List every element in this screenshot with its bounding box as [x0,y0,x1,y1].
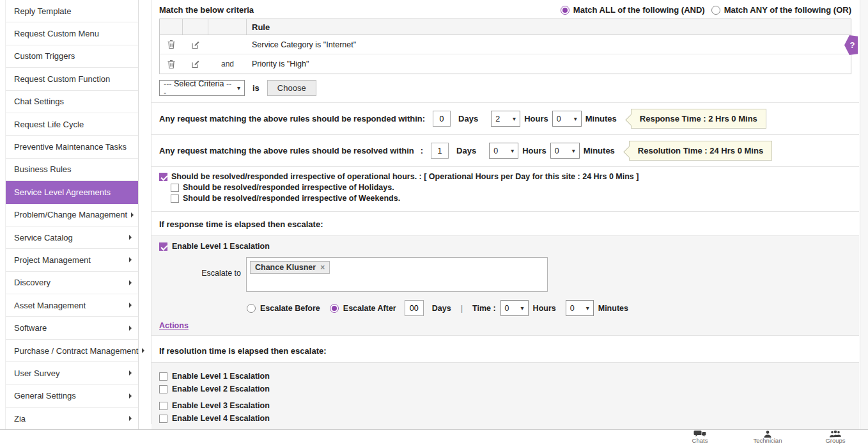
sidebar-item-asset-management[interactable]: Asset Management [6,294,138,317]
help-icon: ? [850,40,855,50]
submenu-arrow-icon [129,303,132,308]
sidebar-item-chat-settings[interactable]: Chat Settings [6,91,138,113]
edit-icon[interactable] [191,40,200,49]
sidebar-item-zia[interactable]: Zia [6,408,138,430]
resolution-time-label: Any request matching the above rules sho… [159,146,414,155]
sidebar-item-preventive-maintenance-tasks[interactable]: Preventive Maintenance Tasks [6,136,138,158]
sidebar-item-label: Request Custom Function [14,74,110,84]
response-time-row: Any request matching the above rules sho… [151,102,859,134]
sidebar-item-software[interactable]: Software [6,317,138,339]
escalate-before-radio[interactable] [247,304,256,313]
trash-icon[interactable] [167,40,176,49]
sidebar-item-purchase-contract-management[interactable]: Purchase / Contract Management [6,340,138,362]
sidebar-item-user-survey[interactable]: User Survey [6,362,138,385]
sidebar-item-service-level-agreements[interactable]: Service Level Agreements [6,181,138,203]
rules-table: Rule Service Category is "Internet" and … [159,19,851,74]
resolution-minutes-label: Minutes [584,146,615,155]
level-1-checkbox[interactable] [159,372,167,381]
escalate-days-input[interactable] [405,300,424,316]
resolution-hours-select[interactable]: 0 ▾ [489,143,518,159]
sidebar-item-label: Service Level Agreements [14,187,111,197]
dock-technician[interactable]: Technician [747,431,789,443]
match-any-radio[interactable] [711,6,720,15]
sidebar-item-discovery[interactable]: Discovery [6,272,138,294]
level-4-row: Enable Level 4 Escalation [159,414,851,423]
escalate-after-radio[interactable] [330,304,339,313]
sidebar-item-request-custom-function[interactable]: Request Custom Function [6,68,138,90]
response-hours-select[interactable]: 2 ▾ [491,111,520,127]
chevron-down-icon: ▾ [574,115,577,122]
edit-icon[interactable] [191,59,200,68]
resolution-days-label: Days [456,146,476,155]
weekends-label: Should be resolved/responded irrespectiv… [183,194,400,203]
response-days-input[interactable] [433,111,451,127]
operational-hours-checkbox[interactable] [159,173,167,181]
select-criteria-value: --- Select Criteria --- [164,79,232,97]
escalate-when-row: Escalate Before Escalate After Days | Ti… [247,294,859,319]
trash-icon[interactable] [167,59,176,69]
sidebar-item-business-rules[interactable]: Business Rules [6,159,138,181]
weekends-checkbox[interactable] [171,194,179,203]
enable-level1-row: Enable Level 1 Escalation [151,236,859,253]
escalate-before-label: Escalate Before [260,304,320,313]
level-1-row: Enable Level 1 Escalation [159,372,851,381]
sidebar-item-request-custom-menu[interactable]: Request Custom Menu [6,22,138,45]
criteria-builder-row: --- Select Criteria --- ▾ is Choose [151,74,859,102]
enable-level1-checkbox[interactable] [159,242,167,251]
rule-column-header: Rule [247,22,851,32]
escalate-hours-value: 0 [505,304,509,313]
level-3-checkbox[interactable] [159,402,167,410]
rule-text: Service Category is "Internet" [252,40,356,49]
criteria-header-row: Match the below criteria Match ALL of th… [151,0,859,19]
bottom-dock: Chats Technician Groups [0,429,868,444]
chip-label: Chance Klusner [255,263,316,272]
sidebar-item-label: General Settings [14,391,76,400]
match-any-label: Match ANY of the following (OR) [724,5,851,15]
sidebar-item-service-catalog[interactable]: Service Catalog [6,226,138,249]
escalate-to-label: Escalate to [151,257,246,278]
level-1-label: Enable Level 1 Escalation [172,372,270,381]
operational-hours-option: Should be resolved/responded irrespectiv… [159,172,851,181]
dock-chats-label: Chats [679,438,721,443]
sidebar-item-label: Reply Template [14,6,71,16]
dock-groups[interactable]: Groups [814,431,856,443]
sidebar-item-label: Problem/Change Management [14,210,127,219]
rule-text: Priority is "High" [252,59,309,68]
resolution-days-input[interactable] [431,143,449,159]
response-minutes-select[interactable]: 0 ▾ [552,111,582,127]
sla-form: Match the below criteria Match ALL of th… [151,0,859,424]
resolution-colon: : [421,146,423,155]
choose-button[interactable]: Choose [267,80,316,96]
sidebar-item-custom-triggers[interactable]: Custom Triggers [6,45,138,68]
escalate-to-field[interactable]: Chance Klusner × [246,257,548,292]
resolution-minutes-select[interactable]: 0 ▾ [550,143,580,159]
actions-link[interactable]: Actions [159,321,189,330]
sidebar-item-label: Project Management [14,255,91,265]
resolution-time-row: Any request matching the above rules sho… [151,134,859,166]
sidebar-item-label: Service Catalog [14,233,73,242]
level-4-checkbox[interactable] [159,415,167,423]
sidebar-item-request-life-cycle[interactable]: Request Life Cycle [6,113,138,136]
sidebar-item-label: Chat Settings [14,97,64,106]
sidebar-item-project-management[interactable]: Project Management [6,249,138,271]
holidays-checkbox[interactable] [171,184,179,192]
response-escalation-panel: Enable Level 1 Escalation Escalate to Ch… [151,235,859,336]
sidebar-item-label: Software [14,323,47,333]
level-2-checkbox[interactable] [159,385,167,393]
escalate-time-label: Time : [472,304,496,313]
submenu-arrow-icon [129,235,132,240]
sidebar-item-label: Zia [14,414,26,424]
match-all-radio[interactable] [561,6,570,15]
resolution-minutes-value: 0 [555,147,559,155]
escalate-minutes-select[interactable]: 0 ▾ [566,300,594,316]
dock-chats[interactable]: Chats [679,431,721,443]
scrollbar-track[interactable] [860,0,868,429]
chip-remove-icon[interactable]: × [320,263,325,272]
sidebar-item-general-settings[interactable]: General Settings [6,385,138,408]
select-criteria-dropdown[interactable]: --- Select Criteria --- ▾ [159,80,245,96]
sidebar-item-problem-change-management[interactable]: Problem/Change Management [6,204,138,226]
sidebar-item-reply-template[interactable]: Reply Template [6,0,138,22]
weekends-option: Should be resolved/responded irrespectiv… [171,194,851,203]
resolution-escalation-panel: Enable Level 1 Escalation Enable Level 2… [151,362,859,435]
escalate-hours-select[interactable]: 0 ▾ [500,300,529,316]
